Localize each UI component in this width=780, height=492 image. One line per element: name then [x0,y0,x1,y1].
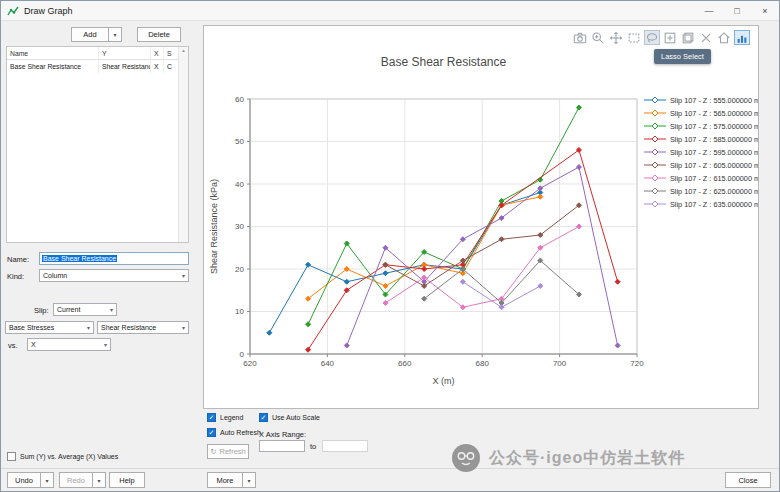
col-name[interactable]: Name [7,47,99,60]
table-header: Name Y X S [7,47,188,60]
svg-text:720: 720 [630,359,644,368]
slip-select[interactable]: Current ▾ [53,303,117,316]
table-row[interactable]: Base Shear Resistance Shear Resistance X… [7,60,188,73]
bar-chart-icon[interactable] [734,30,750,45]
name-input-value: Base Shear Resistance [42,255,117,262]
kind-select[interactable]: Column ▾ [39,269,189,282]
more-dropdown-button[interactable]: ▾ [243,472,256,488]
legend-checkbox[interactable]: ✓ Legend [207,413,243,422]
checkbox-unchecked[interactable] [7,452,16,461]
pan-icon[interactable] [608,30,624,45]
svg-text:Shear Resistance (kPa): Shear Resistance (kPa) [209,179,219,274]
svg-text:660: 660 [398,359,412,368]
x-range-to-input[interactable] [322,440,368,452]
add-button[interactable]: Add [71,27,109,42]
shear-resistance-select[interactable]: Shear Resistance ▾ [97,321,189,334]
graphs-table[interactable]: Name Y X S Base Shear Resistance Shear R… [6,46,189,243]
undo-dropdown-button[interactable]: ▾ [41,472,54,488]
svg-text:40: 40 [235,180,244,189]
x-axis-range-label: X Axis Range: [259,430,306,439]
chevron-down-icon: ▾ [182,272,185,279]
graph-settings-panel: Add ▾ Delete Name Y X S Base Shear Resis… [1,21,201,468]
svg-text:20: 20 [235,265,244,274]
delete-button[interactable]: Delete [137,27,181,42]
chevron-down-icon: ▾ [182,324,185,331]
to-label: to [310,442,316,451]
use-auto-scale-checkbox[interactable]: ✓ Use Auto Scale [259,413,320,422]
rect-select-icon[interactable] [626,30,642,45]
more-button[interactable]: More [207,472,243,488]
add-dropdown-button[interactable]: ▾ [109,27,122,42]
camera-icon[interactable] [572,30,588,45]
close-button[interactable]: Close [725,472,771,488]
lasso-select-tooltip: Lasso Select [654,49,711,64]
check-icon: ✓ [209,414,215,422]
chevron-down-icon: ▾ [110,306,113,313]
x-range-from-input[interactable] [259,440,305,452]
svg-text:Slip 107 - Z : 605.000000 m: Slip 107 - Z : 605.000000 m [670,161,758,170]
slip-label: Slip: [34,306,49,315]
titlebar[interactable]: Draw Graph — □ × [1,1,779,21]
maximize-button[interactable]: □ [723,1,751,20]
lasso-select-icon[interactable] [644,30,660,45]
name-input[interactable]: Base Shear Resistance [39,252,189,265]
home-icon[interactable] [716,30,732,45]
svg-text:Slip 107 - Z : 595.000000 m: Slip 107 - Z : 595.000000 m [670,148,758,157]
bottom-bar: Undo ▾ Redo ▾ Help More ▾ Close [1,468,779,491]
help-button[interactable]: Help [109,472,145,488]
app-icon [7,5,19,17]
check-icon: ✓ [261,414,267,422]
checkbox-checked: ✓ [207,413,216,422]
refresh-icon: ↻ [210,447,216,456]
chevron-down-icon: ▾ [87,324,90,331]
checkbox-checked: ✓ [207,428,216,437]
window-title: Draw Graph [24,6,73,16]
undo-button[interactable]: Undo [7,472,41,488]
zoom-in-icon[interactable] [590,30,606,45]
chevron-down-icon: ▾ [247,477,250,484]
col-y[interactable]: Y [99,47,151,60]
col-x[interactable]: X [151,47,164,60]
sum-average-checkbox[interactable]: Sum (Y) vs. Average (X) Values [7,452,118,461]
svg-text:Slip 107 - Z : 615.000000 m: Slip 107 - Z : 615.000000 m [670,174,758,183]
chevron-down-icon: ▾ [97,477,100,484]
svg-text:Slip 107 - Z : 565.000000 m: Slip 107 - Z : 565.000000 m [670,109,758,118]
vs-label: vs. [8,341,18,350]
copy-view-icon[interactable] [680,30,696,45]
svg-text:620: 620 [243,359,257,368]
chart-controls: ✓ Legend ✓ Use Auto Scale ✓ Auto Refresh… [203,411,759,467]
base-stresses-select[interactable]: Base Stresses ▾ [5,321,94,334]
close-window-button[interactable]: × [751,1,779,20]
redo-dropdown-button[interactable]: ▾ [93,472,106,488]
redo-button[interactable]: Redo [59,472,93,488]
svg-text:X (m): X (m) [433,376,455,386]
checkbox-checked: ✓ [259,413,268,422]
svg-text:Slip 107 - Z : 575.000000 m: Slip 107 - Z : 575.000000 m [670,122,758,131]
vs-select[interactable]: X ▾ [27,338,111,351]
close-plot-icon[interactable] [698,30,714,45]
check-icon: ✓ [209,429,215,437]
chart-canvas[interactable]: 0102030405060620640660680700720Base Shea… [204,26,758,408]
chevron-down-icon: ▾ [104,341,107,348]
auto-refresh-checkbox[interactable]: ✓ Auto Refresh [207,428,261,437]
scroll-up-icon[interactable]: ▴ [182,47,185,53]
add-plot-icon[interactable] [662,30,678,45]
name-label: Name: [7,255,29,264]
chevron-down-icon: ▾ [45,477,48,484]
chart-toolbar [572,30,750,45]
minimize-button[interactable]: — [695,1,723,20]
svg-text:60: 60 [235,95,244,104]
svg-text:680: 680 [476,359,490,368]
svg-text:640: 640 [321,359,335,368]
svg-text:50: 50 [235,137,244,146]
chevron-down-icon: ▾ [113,31,116,38]
svg-text:Slip 107 - Z : 555.000000 m: Slip 107 - Z : 555.000000 m [670,96,758,105]
table-scrollbar[interactable]: ▴ [178,47,188,242]
kind-label: Kind: [7,272,24,281]
svg-text:30: 30 [235,222,244,231]
svg-text:10: 10 [235,307,244,316]
draw-graph-dialog: Draw Graph — □ × Add ▾ Delete Name Y X S… [0,0,780,492]
refresh-button[interactable]: ↻ Refresh [207,444,249,459]
svg-text:700: 700 [553,359,567,368]
svg-text:0: 0 [240,350,245,359]
